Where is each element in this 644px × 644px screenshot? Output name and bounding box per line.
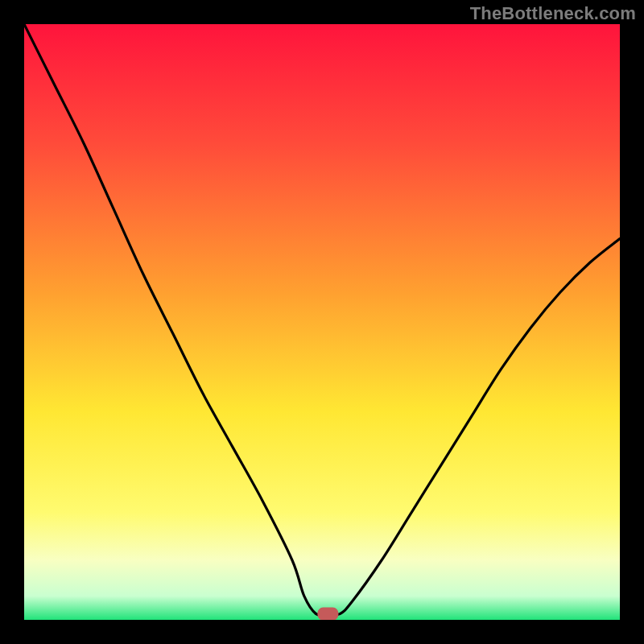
- gradient-background: [24, 24, 620, 620]
- chart-frame: TheBottleneck.com: [0, 0, 644, 644]
- bottleneck-chart: [24, 24, 620, 620]
- plot-area: [24, 24, 620, 620]
- optimal-point-marker: [317, 608, 338, 620]
- watermark-text: TheBottleneck.com: [470, 3, 636, 24]
